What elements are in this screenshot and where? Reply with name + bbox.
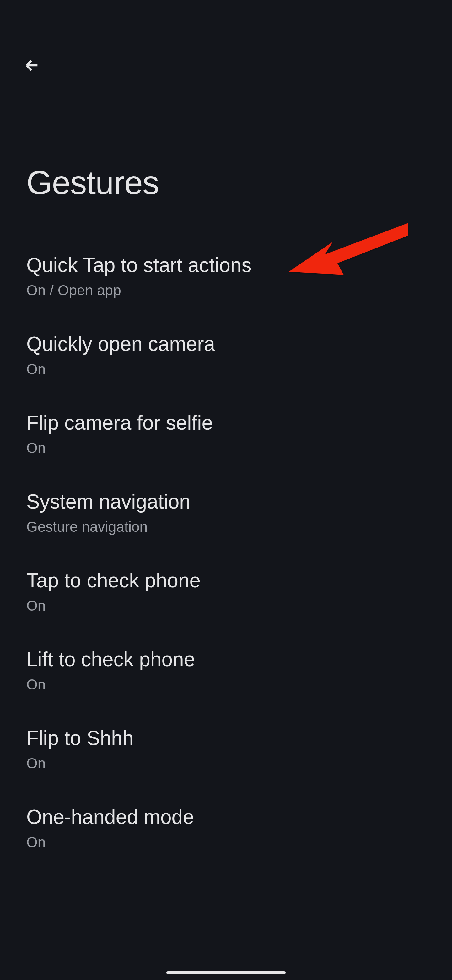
setting-flip-to-shhh[interactable]: Flip to Shhh On [26, 709, 426, 788]
setting-quickly-open-camera[interactable]: Quickly open camera On [26, 315, 426, 394]
setting-subtitle: On [26, 597, 426, 614]
page-title: Gestures [0, 164, 452, 202]
setting-system-navigation[interactable]: System navigation Gesture navigation [26, 473, 426, 552]
back-button[interactable] [23, 57, 41, 74]
settings-list: Quick Tap to start actions On / Open app… [0, 236, 452, 867]
navigation-pill[interactable] [167, 971, 285, 974]
setting-one-handed-mode[interactable]: One-handed mode On [26, 788, 426, 867]
setting-subtitle: On / Open app [26, 282, 426, 299]
setting-title: Flip to Shhh [26, 725, 426, 751]
setting-subtitle: On [26, 676, 426, 693]
setting-title: System navigation [26, 489, 426, 514]
setting-tap-check-phone[interactable]: Tap to check phone On [26, 552, 426, 630]
setting-subtitle: On [26, 755, 426, 772]
setting-title: Quickly open camera [26, 331, 426, 356]
setting-title: Flip camera for selfie [26, 410, 426, 435]
setting-flip-camera-selfie[interactable]: Flip camera for selfie On [26, 394, 426, 473]
setting-subtitle: On [26, 834, 426, 851]
setting-lift-check-phone[interactable]: Lift to check phone On [26, 630, 426, 709]
setting-quick-tap[interactable]: Quick Tap to start actions On / Open app [26, 236, 426, 315]
setting-title: Lift to check phone [26, 647, 426, 672]
setting-subtitle: On [26, 439, 426, 457]
setting-title: Quick Tap to start actions [26, 253, 426, 278]
arrow-left-icon [24, 57, 40, 73]
setting-subtitle: On [26, 361, 426, 377]
header [0, 0, 452, 74]
setting-title: Tap to check phone [26, 568, 426, 593]
setting-subtitle: Gesture navigation [26, 518, 426, 535]
setting-title: One-handed mode [26, 804, 426, 830]
